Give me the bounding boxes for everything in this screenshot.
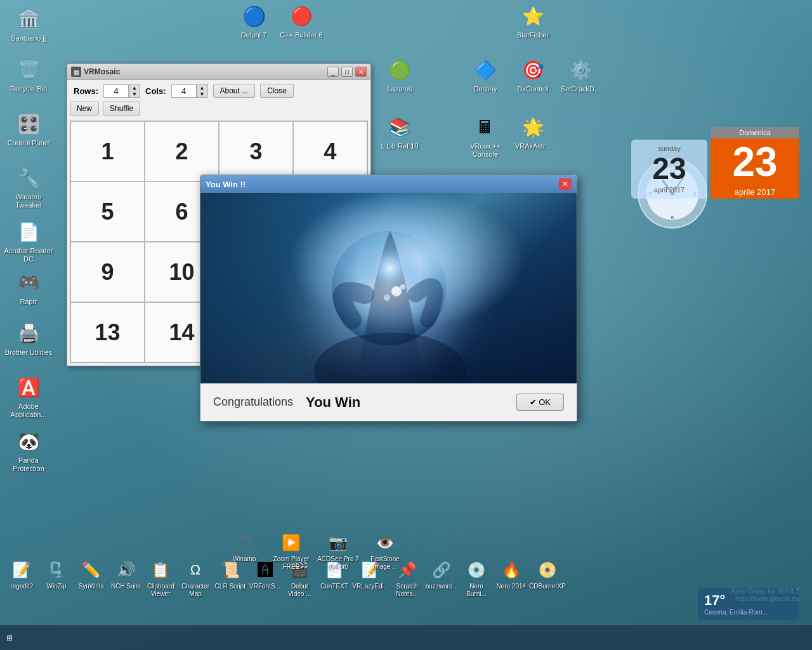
- desktop-icon-dxcontrol[interactable]: 🎯 DxControl: [508, 57, 558, 93]
- tb-clipboard[interactable]: 📋 Clipboard Viewer: [144, 557, 178, 598]
- cols-up-btn[interactable]: ▲: [197, 84, 207, 91]
- charmap-icon: Ω: [183, 557, 208, 583]
- tb-nero-burn[interactable]: 💿 Nero Burni...: [460, 557, 494, 598]
- desktop-icon-vrcalc[interactable]: 🖩 VRcalc++ Console: [460, 114, 511, 159]
- cols-label: Cols:: [145, 86, 166, 96]
- lazarus-icon: 🟢: [387, 57, 412, 83]
- youwin-close-btn[interactable]: ✕: [559, 178, 572, 190]
- vrmosaic-window-icon: ▦: [71, 67, 81, 77]
- close-window-btn[interactable]: Close: [260, 84, 294, 98]
- desktop-icon-recycle-bin[interactable]: 🗑️ Recycle Bin: [3, 57, 54, 93]
- youwin-dialog: You Win !! ✕: [200, 175, 577, 421]
- desktop-icon-starfisher[interactable]: ⭐ StarFisher: [508, 3, 558, 39]
- nero2014-label: Nero 2014: [496, 583, 526, 590]
- raptr-icon: 🎮: [16, 270, 41, 295]
- vrlazy-label: VRLazyEdi...: [352, 583, 389, 590]
- grid-cell-9[interactable]: 9: [70, 242, 145, 302]
- delphi-label: Delphi 7: [241, 31, 266, 39]
- nch-icon: 🔊: [114, 557, 139, 583]
- desktop-icon-panda[interactable]: 🐼 Panda Protection: [3, 428, 54, 473]
- tb-buzzword[interactable]: 🔗 buzzword...: [425, 557, 459, 598]
- nero-burn-label: Nero Burni...: [460, 583, 494, 598]
- rows-up-btn[interactable]: ▲: [129, 84, 140, 91]
- desktop-icon-raptr[interactable]: 🎮 Raptr: [3, 270, 54, 306]
- regedit2-label: regedit2: [10, 583, 33, 590]
- vrfonts-label: VRFontS...: [249, 583, 280, 590]
- desktop-icon-destiny[interactable]: 🔷 Destiny: [460, 57, 511, 93]
- grid-cell-2[interactable]: 2: [145, 121, 219, 182]
- figure-svg: [200, 193, 577, 383]
- tb-synwrite[interactable]: ✏️ SynWrite: [74, 557, 108, 598]
- vrmosaic-title: VRMosaic: [84, 67, 325, 76]
- acrobat-icon: 📄: [16, 219, 41, 244]
- youwin-text: You Win: [306, 394, 360, 411]
- vrmosaic-maximize-btn[interactable]: □: [341, 67, 353, 77]
- day-calendar-widget: sunday 23 april 2017: [631, 140, 707, 199]
- tb-faststone[interactable]: 👁️ FastStone Image ...: [363, 530, 407, 571]
- desktop-icon-cpp[interactable]: 🔴 C++ Builder 6: [276, 3, 327, 39]
- month-year: april 2017: [636, 186, 702, 194]
- grid-cell-5[interactable]: 5: [70, 182, 145, 242]
- desktop-icon-acrobat[interactable]: 📄 Acrobat Reader DC: [3, 219, 54, 263]
- desktop-icon-winaero[interactable]: 🔧 Winaero Tweaker: [3, 165, 54, 209]
- scratch-label: Scratch Notes...: [390, 583, 424, 598]
- vrmosaic-close-btn[interactable]: ✕: [355, 67, 367, 77]
- clipboard-icon: 📋: [148, 557, 173, 583]
- desktop-icon-libref[interactable]: 📚 L Lib Ref 10: [374, 114, 425, 150]
- desktop-icon-santuario[interactable]: 🏛️ Santuario j[: [3, 6, 54, 43]
- synwrite-icon: ✏️: [79, 557, 104, 583]
- destiny-label: Destiny: [474, 85, 497, 93]
- desktop-icon-delphi[interactable]: 🔵 Delphi 7: [228, 3, 279, 39]
- desktop-icon-setcrackd[interactable]: ⚙️ SetCrackD...: [555, 57, 606, 93]
- tb-charmap[interactable]: Ω Character Map: [179, 557, 213, 598]
- recycle-bin-icon: 🗑️: [16, 57, 41, 83]
- libref-icon: 📚: [387, 114, 412, 140]
- about-btn[interactable]: About ...: [213, 84, 256, 98]
- tb-regedit2[interactable]: 📝 regedit2: [5, 557, 39, 598]
- desktop-icon-control-panel[interactable]: 🎛️ Control Panel: [3, 111, 54, 147]
- cal-day: 23: [710, 138, 799, 185]
- svg-point-11: [384, 295, 390, 301]
- tb-cdburner[interactable]: 📀 CDBurnerXP: [529, 557, 566, 598]
- winaero-label: Winaero Tweaker: [3, 193, 54, 209]
- acdsee-icon: 📷: [325, 530, 351, 555]
- grid-cell-1[interactable]: 1: [70, 121, 145, 182]
- shuffle-btn[interactable]: Shuffle: [103, 102, 140, 116]
- taskbar-start[interactable]: ⊞: [0, 633, 19, 642]
- tb-zoom-player[interactable]: ▶️ Zoom Player FREE: [269, 530, 313, 571]
- cols-down-btn[interactable]: ▼: [197, 91, 207, 97]
- tb-nero2014[interactable]: 🔥 Nero 2014: [494, 557, 528, 598]
- tb-nch[interactable]: 🔊 NCH Suite: [109, 557, 143, 598]
- new-btn[interactable]: New: [70, 102, 99, 116]
- vrmosaic-minimize-btn[interactable]: _: [327, 67, 339, 77]
- desktop-icon-adobe[interactable]: 🅰️ Adobe Applicatin...: [3, 375, 54, 419]
- tb-winzip[interactable]: 🗜️ WinZip: [40, 557, 74, 598]
- tb-acdsee[interactable]: 📷 ACDSee Pro 7 (64-bit): [316, 530, 360, 571]
- grid-cell-3[interactable]: 3: [219, 121, 293, 182]
- adobe-label: Adobe Applicatin...: [3, 402, 54, 419]
- taskbar-row1: 🎵 Winamp ▶️ Zoom Player FREE 📷 ACDSee Pr…: [222, 530, 407, 571]
- desktop-icon-vraxastr[interactable]: 🌟 VRAxAstr...: [508, 114, 558, 150]
- svg-text:6: 6: [671, 215, 674, 220]
- youwin-footer: Congratulations You Win ✔ OK: [200, 383, 577, 421]
- faststone-icon: 👁️: [372, 530, 398, 555]
- rows-down-btn[interactable]: ▼: [129, 91, 140, 97]
- svg-point-9: [352, 237, 428, 314]
- destiny-icon: 🔷: [473, 57, 498, 83]
- ok-button[interactable]: ✔ OK: [516, 394, 564, 411]
- orange-calendar-widget: domenica 23 aprile 2017: [710, 127, 799, 199]
- tb-winamp[interactable]: 🎵 Winamp: [222, 530, 266, 571]
- grid-cell-4[interactable]: 4: [293, 121, 367, 182]
- weather-temp: 17°: [704, 592, 793, 609]
- rows-input[interactable]: [103, 84, 129, 98]
- grid-cell-13[interactable]: 13: [70, 302, 145, 362]
- vrmosaic-titlebar: ▦ VRMosaic _ □ ✕: [67, 64, 370, 80]
- nero-burn-icon: 💿: [464, 557, 489, 583]
- desktop-icon-brother[interactable]: 🖨️ Brother Utilities: [3, 321, 54, 357]
- setcrackd-label: SetCrackD...: [561, 85, 600, 93]
- desktop-icon-lazarus[interactable]: 🟢 Lazarus: [374, 57, 425, 93]
- brother-icon: 🖨️: [16, 321, 41, 346]
- cols-input[interactable]: [171, 84, 197, 98]
- zoom-player-label: Zoom Player FREE: [269, 555, 313, 571]
- svg-point-12: [400, 284, 405, 289]
